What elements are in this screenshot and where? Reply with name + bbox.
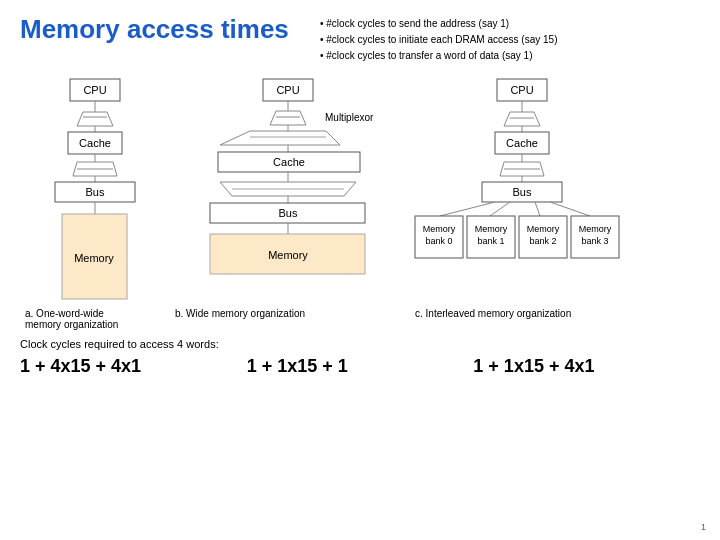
svg-text:bank 1: bank 1: [477, 236, 504, 246]
svg-text:Memory: Memory: [527, 224, 560, 234]
diagram-c-svg: CPU Cache Bus: [410, 74, 640, 304]
svg-text:bank 0: bank 0: [425, 236, 452, 246]
diagram-c-caption: c. Interleaved memory organization: [410, 308, 640, 319]
svg-text:Multiplexor: Multiplexor: [325, 112, 374, 123]
svg-text:Bus: Bus: [513, 186, 532, 198]
diagram-b: CPU Multiplexor Cache: [170, 74, 410, 319]
diagram-b-svg: CPU Multiplexor Cache: [170, 74, 410, 304]
formula-a: 1 + 4x15 + 4x1: [20, 356, 247, 377]
svg-text:CPU: CPU: [276, 84, 299, 96]
svg-text:Memory: Memory: [579, 224, 612, 234]
svg-text:CPU: CPU: [510, 84, 533, 96]
bullet-3: #clock cycles to transfer a word of data…: [320, 48, 557, 64]
diagram-b-caption: b. Wide memory organization: [170, 308, 410, 319]
svg-line-52: [440, 202, 495, 216]
svg-text:Cache: Cache: [273, 156, 305, 168]
svg-text:Memory: Memory: [74, 252, 114, 264]
svg-text:Cache: Cache: [79, 137, 111, 149]
page-title: Memory access times: [20, 14, 320, 45]
diagram-a: CPU Cache Bus: [20, 74, 170, 330]
bullet-2: #clock cycles to initiate each DRAM acce…: [320, 32, 557, 48]
svg-text:bank 2: bank 2: [529, 236, 556, 246]
svg-text:Cache: Cache: [506, 137, 538, 149]
svg-text:Memory: Memory: [475, 224, 508, 234]
svg-marker-41: [504, 112, 540, 126]
svg-line-53: [490, 202, 510, 216]
diagram-a-caption: a. One-word-wide memory organization: [20, 308, 170, 330]
formula-c: 1 + 1x15 + 4x1: [473, 356, 700, 377]
bullet-1: #clock cycles to send the address (say 1…: [320, 16, 557, 32]
svg-text:bank 3: bank 3: [581, 236, 608, 246]
svg-line-54: [535, 202, 540, 216]
formula-b: 1 + 1x15 + 1: [247, 356, 474, 377]
formulas-row: 1 + 4x15 + 4x1 1 + 1x15 + 1 1 + 1x15 + 4…: [20, 356, 700, 377]
svg-text:Memory: Memory: [423, 224, 456, 234]
svg-marker-24: [220, 131, 340, 145]
svg-text:Bus: Bus: [279, 207, 298, 219]
diagram-c: CPU Cache Bus: [410, 74, 640, 319]
page-number: 1: [701, 522, 706, 532]
svg-marker-20: [270, 111, 306, 125]
bullet-list: #clock cycles to send the address (say 1…: [320, 16, 557, 64]
svg-line-55: [550, 202, 590, 216]
svg-marker-3: [77, 112, 113, 126]
clock-text: Clock cycles required to access 4 words:: [20, 338, 700, 350]
svg-text:Bus: Bus: [86, 186, 105, 198]
bottom-section: Clock cycles required to access 4 words:…: [20, 338, 700, 377]
svg-text:CPU: CPU: [83, 84, 106, 96]
diagram-a-svg: CPU Cache Bus: [20, 74, 170, 304]
svg-text:Memory: Memory: [268, 249, 308, 261]
